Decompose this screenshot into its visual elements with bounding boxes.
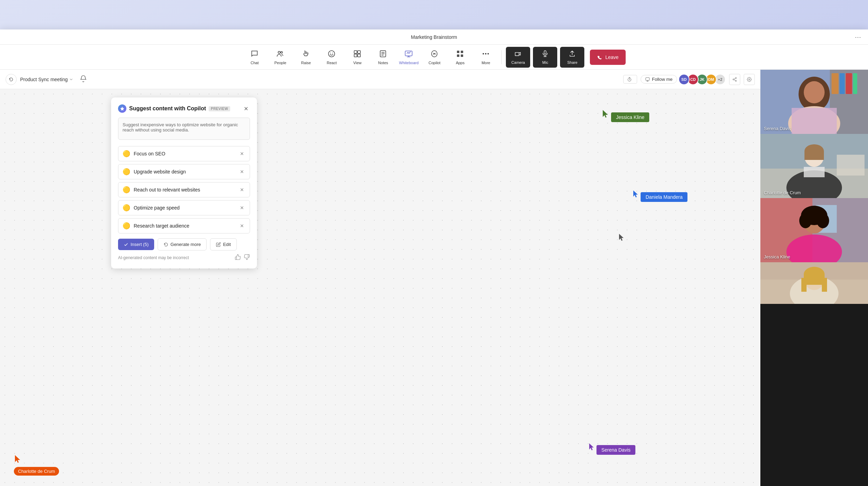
suggest-footer: AI-generated content may be incorrect (118, 254, 250, 262)
view-icon (353, 50, 361, 60)
suggest-item-close-1[interactable]: ✕ (239, 150, 245, 157)
wb-timer (623, 75, 637, 84)
charlotte-cursor: Charlotte de Crum (14, 454, 59, 476)
wb-back-button[interactable] (6, 74, 17, 85)
share-label: Share (567, 60, 577, 65)
svg-rect-18 (544, 50, 546, 54)
suggest-item-reach-websites[interactable]: 🟡 Reach out to relevant websites ✕ (118, 182, 250, 197)
thumbs-down-button[interactable] (244, 254, 250, 262)
svg-point-4 (332, 53, 333, 53)
suggest-item-close-2[interactable]: ✕ (239, 168, 245, 175)
chat-icon (250, 50, 259, 60)
raise-label: Raise (301, 61, 311, 65)
suggest-item-focus-seo[interactable]: 🟡 Focus on SEO ✕ (118, 146, 250, 161)
serena-cursor: Serena Davis (588, 443, 636, 455)
toolbar-item-chat[interactable]: Chat (242, 47, 267, 68)
wb-settings-button[interactable] (744, 74, 755, 85)
edit-button[interactable]: Edit (210, 238, 236, 250)
svg-rect-11 (457, 51, 459, 53)
camera-button[interactable]: Camera (506, 47, 530, 68)
mic-label: Mic (542, 60, 548, 65)
svg-point-0 (278, 51, 280, 53)
thumbs-up-icon (235, 254, 241, 260)
follow-me-icon (645, 77, 650, 82)
thumbs-up-button[interactable] (235, 254, 241, 262)
video-last (760, 262, 868, 304)
video-jessica: Jessica Kline (760, 198, 868, 262)
charlotte-arrow-icon (14, 454, 22, 464)
suggest-item-icon-3: 🟡 (123, 186, 130, 194)
window-title: Marketing Brainstorm (411, 34, 457, 40)
toolbar-item-whiteboard[interactable]: Whiteboard (397, 47, 421, 68)
svg-point-23 (735, 80, 737, 82)
edit-label: Edit (223, 242, 231, 247)
toolbar-item-view[interactable]: View (345, 47, 369, 68)
more-icon (482, 50, 490, 60)
svg-point-2 (328, 51, 335, 57)
toolbar-item-notes[interactable]: Notes (371, 47, 395, 68)
svg-rect-57 (804, 274, 825, 285)
svg-point-16 (485, 53, 486, 54)
toolbar-item-react[interactable]: React (319, 47, 344, 68)
chevron-down-icon (69, 77, 73, 82)
suggest-close-button[interactable]: ✕ (242, 104, 250, 113)
suggest-item-close-5[interactable]: ✕ (239, 222, 245, 229)
copilot-label: Copilot (428, 61, 440, 65)
whiteboard-label: Whiteboard (399, 61, 418, 65)
wb-share-icon (732, 77, 737, 82)
leave-button[interactable]: Leave (590, 50, 625, 65)
leave-phone-icon (597, 54, 602, 60)
generate-button[interactable]: Generate more (158, 238, 207, 250)
charlotte-video-svg (760, 134, 868, 198)
suggest-item-text-1: Focus on SEO (134, 151, 165, 156)
daniela-cursor: Daniela Mandera (632, 190, 687, 202)
suggest-item-research-audience[interactable]: 🟡 Research target audience ✕ (118, 218, 250, 233)
svg-rect-12 (461, 51, 463, 53)
title-bar-more-icon[interactable]: ⋯ (855, 33, 861, 41)
wb-bell-button[interactable] (80, 75, 87, 84)
wb-meeting-name[interactable]: Product Sync meeting (20, 77, 73, 82)
svg-point-24 (749, 79, 750, 80)
copilot-icon (430, 50, 439, 60)
toolbar-item-raise[interactable]: Raise (294, 47, 318, 68)
suggest-item-optimize-speed[interactable]: 🟡 Optimize page speed ✕ (118, 200, 250, 215)
main-toolbar: Chat People Raise (0, 45, 868, 70)
suggest-item-icon-4: 🟡 (123, 204, 130, 212)
bell-icon (80, 75, 87, 83)
jessica-cursor: Jessica Kline (601, 109, 649, 122)
svg-point-17 (487, 53, 489, 54)
toolbar-item-apps[interactable]: Apps (448, 47, 472, 68)
notes-label: Notes (378, 61, 388, 65)
suggest-prompt-input[interactable] (118, 118, 250, 140)
svg-rect-20 (646, 77, 650, 80)
svg-rect-35 (792, 108, 837, 134)
serena-video-svg (760, 70, 868, 134)
copilot-star-icon (120, 106, 125, 111)
mic-button[interactable]: Mic (533, 47, 557, 68)
share-button[interactable]: Share (560, 47, 584, 68)
suggest-header-left: Suggest content with Copilot PREVIEW (118, 104, 230, 113)
insert-button[interactable]: Insert (5) (118, 239, 154, 250)
camera-label: Camera (511, 60, 525, 65)
svg-point-51 (817, 213, 829, 228)
suggest-item-close-3[interactable]: ✕ (239, 186, 245, 193)
wb-share-button[interactable] (729, 74, 740, 85)
svg-rect-8 (358, 54, 360, 57)
suggest-item-close-4[interactable]: ✕ (239, 204, 245, 211)
toolbar-item-people[interactable]: People (268, 47, 292, 68)
toolbar-item-copilot[interactable]: Copilot (422, 47, 446, 68)
toolbar-item-more[interactable]: More (474, 47, 498, 68)
last-video-svg (760, 262, 868, 304)
wb-follow-me-button[interactable]: Follow me (641, 75, 677, 84)
suggest-feedback (235, 254, 250, 262)
whiteboard-icon (404, 50, 413, 60)
charlotte-de-crum-label: Charlotte de Crum (14, 467, 59, 476)
daniela-arrow-icon (632, 190, 639, 199)
suggest-item-upgrade-design[interactable]: 🟡 Upgrade website design ✕ (118, 164, 250, 179)
suggest-item-icon-1: 🟡 (123, 150, 130, 157)
thumbs-down-icon (244, 254, 250, 260)
generate-label: Generate more (170, 242, 201, 247)
svg-rect-6 (358, 51, 360, 53)
whiteboard-area: 22:06 Product Sync meeting (0, 70, 760, 486)
suggest-item-text-3: Reach out to relevant websites (134, 187, 200, 193)
